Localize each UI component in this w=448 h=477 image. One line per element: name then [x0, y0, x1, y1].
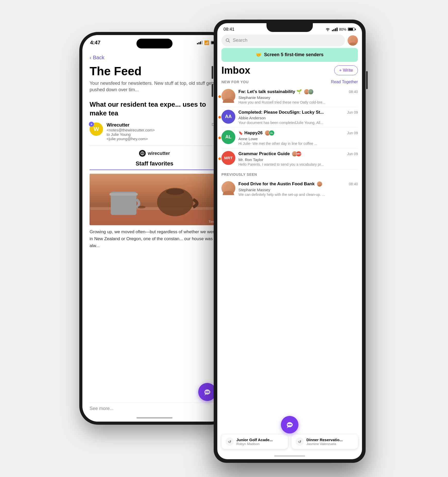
email-preview-4: Hello Parents, I wanted to send you a vo…	[238, 162, 358, 166]
email-divider	[90, 146, 219, 146]
sender-email: <notes@thewirecutter.com>	[107, 128, 208, 132]
reply-icon-2	[296, 438, 304, 446]
signal-bars-icon	[197, 41, 203, 44]
notch	[266, 23, 313, 32]
email-item-grammar[interactable]: MRT Grammar Practice Guide MRT	[217, 148, 362, 169]
wirecutter-logo: wirecutter	[90, 150, 219, 157]
left-time: 4:47	[90, 40, 100, 46]
sender-to: to Julie Young	[107, 132, 208, 137]
see-more-link[interactable]: See more...	[90, 403, 219, 411]
new-for-you-header: NEW FOR YOU Read Together	[217, 78, 362, 86]
back-button[interactable]: ‹ Back	[90, 55, 219, 61]
email-preview-2: Your document has been completedJulie Yo…	[238, 121, 358, 125]
unread-indicator-4	[218, 157, 221, 160]
unread-indicator-2	[218, 116, 221, 119]
email-sender-5: Stephanie Massey	[238, 188, 358, 192]
card-title-2: Dinner Reservatio...	[306, 438, 354, 442]
screen-banner[interactable]: 🤝 Screen 5 first-time senders	[221, 48, 358, 62]
email-body-2: Completed: Please DocuSign: Lucky St... …	[238, 110, 358, 125]
overlap-avatar-3b: AL	[269, 130, 274, 136]
read-together-link[interactable]: Read Together	[331, 80, 358, 84]
wirecutter-logo-text: wirecutter	[148, 151, 170, 156]
search-bar[interactable]: Search	[221, 35, 345, 46]
previously-seen-label: PREVIOUSLY SEEN	[221, 172, 257, 177]
email-item-docusign[interactable]: AA Completed: Please DocuSign: Lucky St.…	[217, 107, 362, 127]
imbox-header: Imbox + Write	[217, 65, 362, 78]
avatar-initials-4: MRT	[224, 156, 233, 160]
bottom-card-info-1: Junior Golf Acade... Robyn Madison	[236, 438, 284, 446]
unread-indicator-3	[218, 137, 221, 139]
email-sender-3: Anne Lowe	[238, 137, 358, 141]
power-button	[366, 71, 368, 89]
feed-title: The Feed	[90, 65, 219, 78]
card-title-1: Junior Golf Acade...	[236, 438, 284, 442]
volume-down-button	[212, 84, 213, 97]
email-subject-4: Grammar Practice Guide MRT	[238, 151, 345, 157]
email-item-happy26[interactable]: AL 🔖 Happy26 AL	[217, 128, 362, 148]
right-time: 08:41	[223, 26, 235, 32]
email-body-1: Fw: Let's talk sustainability 🌱	[238, 89, 358, 104]
email-sender-1: Stephanie Massey	[238, 95, 358, 100]
email-avatar-stephanie	[221, 89, 235, 103]
email-avatar-anne: AL	[221, 130, 235, 144]
svg-point-23	[288, 424, 289, 425]
volume-up-button	[212, 66, 213, 79]
avatar-initials-2: AA	[225, 114, 232, 119]
user-avatar[interactable]	[348, 35, 358, 46]
right-fab-button[interactable]	[281, 416, 298, 433]
email-subject-3: 🔖 Happy26 AL	[238, 130, 345, 136]
svg-point-21	[226, 184, 231, 190]
card-sender-1: Robyn Madison	[236, 442, 284, 446]
app-badge: ✦	[89, 122, 94, 127]
email-body-3: 🔖 Happy26 AL Jun 09	[238, 130, 358, 146]
overlap-avatar-5	[317, 181, 322, 187]
search-placeholder: Search	[233, 38, 247, 43]
signal-bars-right-icon	[332, 28, 338, 31]
email-avatar-stephanie-2	[221, 181, 235, 195]
write-button[interactable]: + Write	[334, 65, 358, 75]
home-indicator	[136, 417, 173, 419]
bottom-card-dinner[interactable]: Dinner Reservatio... Jasmine Valenzuela	[291, 434, 358, 449]
staff-favorites-heading: Staff favorites	[90, 160, 219, 170]
svg-point-19	[266, 131, 269, 133]
overlap-avatar-2	[308, 89, 314, 95]
sender-name: Wirecutter	[107, 122, 208, 128]
write-label: + Write	[339, 68, 353, 73]
overlap-avatars-4: MRT	[292, 151, 301, 157]
bottom-action-cards: Junior Golf Acade... Robyn Madison	[217, 434, 362, 449]
sender-avatar: ✦ W	[90, 122, 103, 136]
chevron-left-icon: ‹	[90, 55, 91, 61]
sender-row: ✦ W Wirecutter <notes@thewirecutter.com>…	[90, 122, 219, 141]
overlap-avatars-1	[304, 89, 314, 95]
wifi-icon-right	[325, 27, 330, 31]
card-sender-2: Jasmine Valenzuela	[306, 442, 354, 446]
overlap-avatars-5	[317, 181, 322, 187]
svg-line-14	[229, 41, 230, 42]
email-avatar-abbie: AA	[221, 110, 235, 124]
svg-point-24	[289, 424, 290, 425]
email-time-2: Jun 09	[347, 110, 358, 114]
bottom-card-info-2: Dinner Reservatio... Jasmine Valenzuela	[306, 438, 354, 446]
svg-rect-3	[90, 210, 219, 225]
email-item-food-drive[interactable]: Food Drive for the Austin Food Bank 08:4…	[217, 179, 362, 199]
svg-rect-5	[109, 193, 138, 196]
search-icon	[226, 38, 230, 43]
banner-text: Screen 5 first-time senders	[264, 52, 323, 57]
svg-point-18	[310, 90, 312, 92]
email-body-5: Food Drive for the Austin Food Bank 08:4…	[238, 181, 358, 197]
right-phone-content: Search 🤝 Screen 5 first-time senders	[217, 35, 362, 459]
search-row: Search	[217, 35, 362, 46]
divider-4	[221, 169, 358, 169]
previously-seen-header: PREVIOUSLY SEEN	[217, 171, 362, 179]
imbox-title: Imbox	[221, 65, 250, 76]
subject-text-1: Fw: Let's talk sustainability 🌱	[238, 89, 302, 94]
back-label[interactable]: Back	[93, 55, 104, 61]
article-body: Growing up, we moved often—but regardles…	[90, 228, 219, 249]
email-time-4: Jun 09	[347, 152, 358, 156]
svg-point-16	[226, 92, 231, 97]
email-sender-4: Mr. Ron Taylor	[238, 157, 358, 162]
bottom-card-junior-golf[interactable]: Junior Golf Acade... Robyn Madison	[221, 434, 288, 449]
tea-scene-illustration	[90, 174, 219, 225]
avatar-initials-3: AL	[225, 134, 231, 140]
email-item-fw-sustainability[interactable]: Fw: Let's talk sustainability 🌱	[217, 86, 362, 107]
